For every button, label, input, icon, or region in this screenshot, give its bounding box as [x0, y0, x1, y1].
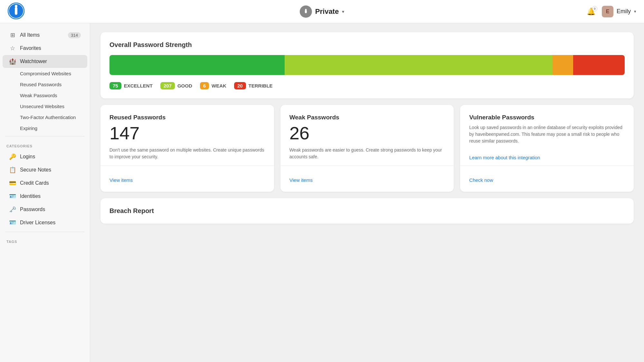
svg-point-6 — [305, 9, 307, 10]
reused-passwords-link[interactable]: View items — [109, 177, 265, 183]
terrible-count: 20 — [234, 82, 246, 89]
2fa-label: Two-Factor Authentication — [20, 115, 76, 120]
sidebar-item-identities[interactable]: 🪪 Identities — [3, 190, 87, 203]
sidebar-sub-2fa[interactable]: Two-Factor Authentication — [3, 112, 87, 123]
header: Private ▾ 🔔 0 E Emily ▾ — [0, 0, 644, 23]
strength-card: Overall Password Strength 75 EXCELLENT 2… — [100, 32, 634, 98]
svg-point-3 — [15, 5, 17, 7]
logo — [8, 3, 24, 21]
terrible-label: TERRIBLE — [249, 83, 273, 88]
divider-1 — [5, 136, 85, 136]
strength-legend: 75 EXCELLENT 207 GOOD 6 WEAK 20 TERRIBLE — [109, 82, 625, 89]
sidebar-sub-expiring[interactable]: Expiring — [3, 123, 87, 134]
password-icon: 🗝️ — [9, 206, 16, 213]
vulnerable-passwords-card: Vulnerable Passwords Look up saved passw… — [460, 105, 634, 192]
all-items-count: 314 — [68, 32, 81, 38]
favorites-label: Favorites — [20, 45, 81, 51]
excellent-label: EXCELLENT — [124, 83, 153, 88]
breach-report-card: Breach Report — [100, 198, 634, 224]
vulnerable-passwords-desc: Look up saved passwords in an online dat… — [469, 124, 625, 151]
star-icon: ☆ — [9, 45, 16, 52]
reused-passwords-count: 147 — [109, 124, 265, 142]
watchtower-icon: 🏰 — [9, 58, 16, 65]
expiring-label: Expiring — [20, 125, 37, 131]
notification-bell[interactable]: 🔔 0 — [587, 7, 595, 16]
credit-cards-label: Credit Cards — [20, 180, 81, 186]
vault-name: Private — [315, 7, 339, 16]
sidebar-item-driver-licenses[interactable]: 🪪 Driver Licenses — [3, 216, 87, 229]
vault-icon — [300, 5, 312, 18]
grid-icon: ⊞ — [9, 32, 16, 39]
sidebar-sub-weak[interactable]: Weak Passwords — [3, 90, 87, 101]
driver-licenses-label: Driver Licenses — [20, 220, 81, 226]
sidebar-sub-unsecured[interactable]: Unsecured Websites — [3, 101, 87, 112]
weak-passwords-count: 26 — [289, 124, 445, 142]
user-name: Emily — [617, 8, 631, 15]
sidebar-item-all-items[interactable]: ⊞ All Items 314 — [3, 29, 87, 42]
notification-badge: 0 — [592, 6, 597, 11]
notes-icon: 📋 — [9, 166, 16, 173]
good-segment — [285, 55, 553, 75]
good-count: 207 — [160, 82, 175, 89]
vulnerable-divider — [460, 165, 634, 166]
identities-label: Identities — [20, 193, 81, 199]
legend-weak: 6 WEAK — [200, 82, 226, 89]
passwords-label: Passwords — [20, 207, 81, 212]
weak-label: Weak Passwords — [20, 93, 57, 98]
check-now-button[interactable]: Check now — [469, 177, 625, 183]
user-menu[interactable]: E Emily ▾ — [602, 6, 636, 17]
weak-label: WEAK — [212, 83, 226, 88]
reused-divider — [100, 165, 274, 166]
reused-passwords-card: Reused Passwords 147 Don't use the same … — [100, 105, 274, 192]
sidebar: ⊞ All Items 314 ☆ Favorites 🏰 Watchtower… — [0, 23, 90, 362]
sidebar-item-passwords[interactable]: 🗝️ Passwords — [3, 203, 87, 216]
weak-count: 6 — [200, 82, 209, 89]
legend-good: 207 GOOD — [160, 82, 192, 89]
weak-passwords-link[interactable]: View items — [289, 177, 445, 183]
weak-passwords-card: Weak Passwords 26 Weak passwords are eas… — [280, 105, 454, 192]
tags-title: TAGS — [0, 235, 90, 246]
excellent-segment — [109, 55, 285, 75]
weak-passwords-desc: Weak passwords are easier to guess. Crea… — [289, 147, 445, 160]
compromised-label: Compromised Websites — [20, 71, 71, 76]
strength-title: Overall Password Strength — [109, 41, 625, 49]
user-chevron-icon: ▾ — [634, 9, 636, 14]
vault-chevron-icon: ▾ — [342, 9, 344, 14]
legend-terrible: 20 TERRIBLE — [234, 82, 273, 89]
sidebar-item-favorites[interactable]: ☆ Favorites — [3, 42, 87, 55]
reused-label: Reused Passwords — [20, 82, 62, 87]
sidebar-item-logins[interactable]: 🔑 Logins — [3, 150, 87, 163]
breach-report-title: Breach Report — [109, 207, 625, 215]
user-avatar: E — [602, 6, 613, 17]
reused-passwords-desc: Don't use the same password on multiple … — [109, 147, 265, 160]
divider-2 — [5, 232, 85, 232]
sidebar-item-credit-cards[interactable]: 💳 Credit Cards — [3, 177, 87, 190]
terrible-segment — [573, 55, 625, 75]
logins-icon: 🔑 — [9, 153, 16, 160]
sidebar-sub-compromised[interactable]: Compromised Websites — [3, 68, 87, 79]
vault-selector[interactable]: Private ▾ — [300, 5, 344, 18]
sidebar-item-secure-notes[interactable]: 📋 Secure Notes — [3, 163, 87, 176]
vulnerable-passwords-title: Vulnerable Passwords — [469, 114, 625, 121]
sidebar-sub-reused[interactable]: Reused Passwords — [3, 79, 87, 90]
main-content: Overall Password Strength 75 EXCELLENT 2… — [90, 23, 644, 362]
app-body: ⊞ All Items 314 ☆ Favorites 🏰 Watchtower… — [0, 23, 644, 362]
legend-excellent: 75 EXCELLENT — [109, 82, 153, 89]
header-right: 🔔 0 E Emily ▾ — [587, 6, 636, 17]
logins-label: Logins — [20, 154, 81, 160]
reused-passwords-title: Reused Passwords — [109, 114, 265, 121]
svg-rect-2 — [15, 7, 17, 15]
license-icon: 🪪 — [9, 219, 16, 226]
sidebar-item-watchtower[interactable]: 🏰 Watchtower — [3, 55, 87, 68]
categories-title: CATEGORIES — [0, 139, 90, 150]
weak-divider — [280, 165, 454, 166]
unsecured-label: Unsecured Websites — [20, 104, 64, 109]
secure-notes-label: Secure Notes — [20, 167, 81, 173]
identity-icon: 🪪 — [9, 193, 16, 200]
good-label: GOOD — [177, 83, 192, 88]
learn-more-link[interactable]: Learn more about this integration — [469, 155, 625, 160]
weak-passwords-title: Weak Passwords — [289, 114, 445, 121]
excellent-count: 75 — [109, 82, 121, 89]
weak-segment — [553, 55, 573, 75]
strength-bar — [109, 55, 625, 75]
